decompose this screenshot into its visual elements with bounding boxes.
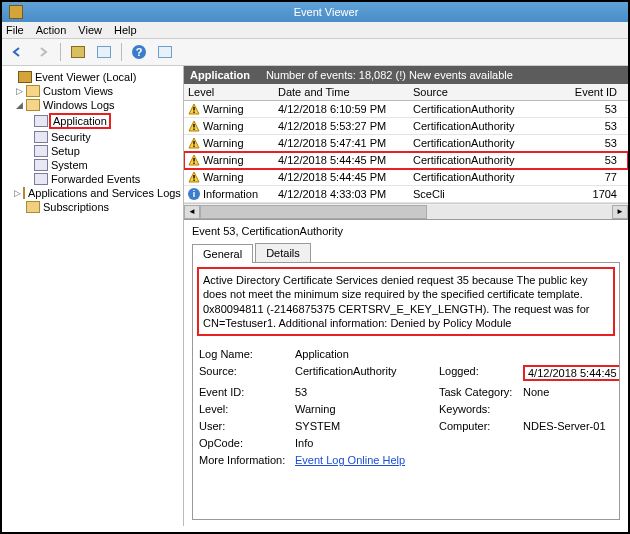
opcode-value: Info xyxy=(295,437,435,449)
tree-root[interactable]: Event Viewer (Local) xyxy=(4,70,181,84)
event-table: Level Date and Time Source Event ID Warn… xyxy=(184,84,628,219)
eventid-value: 53 xyxy=(295,386,435,398)
app-icon xyxy=(9,5,23,19)
scroll-left-button[interactable]: ◄ xyxy=(184,205,200,219)
help-button[interactable]: ? xyxy=(128,42,150,62)
computer-value: NDES-Server-01 xyxy=(523,420,620,432)
table-row[interactable]: Warning4/12/2018 5:44:45 PMCertification… xyxy=(184,169,628,186)
logname-value: Application xyxy=(295,348,435,360)
source-label: Source: xyxy=(199,365,291,381)
table-row[interactable]: Warning4/12/2018 6:10:59 PMCertification… xyxy=(184,101,628,118)
svg-rect-1 xyxy=(193,112,194,113)
logged-value: 4/12/2018 5:44:45 PM xyxy=(523,365,620,381)
opcode-label: OpCode: xyxy=(199,437,291,449)
menu-help[interactable]: Help xyxy=(114,24,137,36)
toolbar: ? xyxy=(2,39,628,66)
source-value: CertificationAuthority xyxy=(295,365,435,381)
svg-rect-9 xyxy=(193,180,194,181)
col-date[interactable]: Date and Time xyxy=(278,86,413,98)
section-name: Application xyxy=(190,69,250,81)
logname-label: Log Name: xyxy=(199,348,291,360)
moreinfo-label: More Information: xyxy=(199,454,291,466)
tree-forwarded[interactable]: Forwarded Events xyxy=(4,172,181,186)
svg-rect-8 xyxy=(193,175,194,179)
tree-security[interactable]: Security xyxy=(4,130,181,144)
taskcat-value: None xyxy=(523,386,620,398)
table-row[interactable]: Warning4/12/2018 5:44:45 PMCertification… xyxy=(184,152,628,169)
taskcat-label: Task Category: xyxy=(439,386,519,398)
horizontal-scrollbar[interactable]: ◄ ► xyxy=(184,203,628,219)
keywords-value xyxy=(523,403,620,415)
menu-bar: File Action View Help xyxy=(2,22,628,39)
detail-body: Active Directory Certificate Services de… xyxy=(192,262,620,520)
section-header: Application Number of events: 18,082 (!)… xyxy=(184,66,628,84)
computer-label: Computer: xyxy=(439,420,519,432)
menu-file[interactable]: File xyxy=(6,24,24,36)
table-row[interactable]: iInformation4/12/2018 4:33:03 PMSceCli17… xyxy=(184,186,628,203)
table-row[interactable]: Warning4/12/2018 5:53:27 PMCertification… xyxy=(184,118,628,135)
col-source[interactable]: Source xyxy=(413,86,573,98)
tree-system[interactable]: System xyxy=(4,158,181,172)
tree-apps-services[interactable]: ▷Applications and Services Logs xyxy=(4,186,181,200)
event-count: Number of events: 18,082 (!) New events … xyxy=(266,69,513,81)
logged-label: Logged: xyxy=(439,365,519,381)
tree-windows-logs[interactable]: ◢Windows Logs xyxy=(4,98,181,112)
svg-rect-3 xyxy=(193,129,194,130)
tree-setup[interactable]: Setup xyxy=(4,144,181,158)
keywords-label: Keywords: xyxy=(439,403,519,415)
tree-custom-views[interactable]: ▷Custom Views xyxy=(4,84,181,98)
col-level[interactable]: Level xyxy=(188,86,278,98)
event-properties: Log Name: Application Source: Certificat… xyxy=(199,348,613,466)
moreinfo-link[interactable]: Event Log Online Help xyxy=(295,454,435,466)
user-value: SYSTEM xyxy=(295,420,435,432)
svg-rect-4 xyxy=(193,141,194,145)
svg-rect-6 xyxy=(193,158,194,162)
col-eventid[interactable]: Event ID xyxy=(573,86,617,98)
window-title: Event Viewer xyxy=(27,6,625,18)
level-value: Warning xyxy=(295,403,435,415)
table-header[interactable]: Level Date and Time Source Event ID xyxy=(184,84,628,101)
tab-general[interactable]: General xyxy=(192,244,253,263)
svg-rect-7 xyxy=(193,163,194,164)
event-description: Active Directory Certificate Services de… xyxy=(199,269,613,334)
properties-button[interactable] xyxy=(93,42,115,62)
menu-action[interactable]: Action xyxy=(36,24,67,36)
extra-button[interactable] xyxy=(154,42,176,62)
scroll-right-button[interactable]: ► xyxy=(612,205,628,219)
svg-rect-0 xyxy=(193,107,194,111)
detail-header: Event 53, CertificationAuthority General… xyxy=(184,219,628,262)
tree-pane[interactable]: Event Viewer (Local) ▷Custom Views ◢Wind… xyxy=(2,66,184,526)
back-button[interactable] xyxy=(6,42,28,62)
show-hide-button[interactable] xyxy=(67,42,89,62)
level-label: Level: xyxy=(199,403,291,415)
scroll-thumb[interactable] xyxy=(200,205,427,219)
svg-rect-2 xyxy=(193,124,194,128)
svg-rect-5 xyxy=(193,146,194,147)
title-bar: Event Viewer xyxy=(2,2,628,22)
table-row[interactable]: Warning4/12/2018 5:47:41 PMCertification… xyxy=(184,135,628,152)
tree-application[interactable]: Application xyxy=(4,112,181,130)
tree-subscriptions[interactable]: Subscriptions xyxy=(4,200,181,214)
user-label: User: xyxy=(199,420,291,432)
detail-title: Event 53, CertificationAuthority xyxy=(192,225,343,237)
eventid-label: Event ID: xyxy=(199,386,291,398)
tab-details[interactable]: Details xyxy=(255,243,311,262)
menu-view[interactable]: View xyxy=(78,24,102,36)
forward-button[interactable] xyxy=(32,42,54,62)
